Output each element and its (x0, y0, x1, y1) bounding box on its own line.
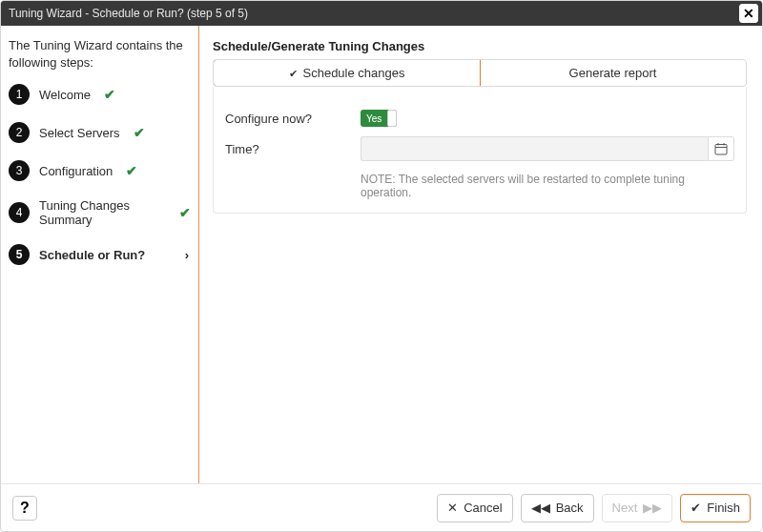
forward-icon: ▶▶ (643, 501, 662, 515)
row-configure-now: Configure now? Yes (225, 110, 734, 127)
calendar-button[interactable] (708, 136, 734, 161)
schedule-form: Configure now? Yes Time? (213, 87, 747, 214)
close-icon: ✕ (447, 501, 458, 515)
step-schedule-or-run[interactable]: 5 Schedule or Run? › (9, 242, 191, 267)
finish-button[interactable]: ✔ Finish (680, 494, 751, 522)
tab-label: Generate report (569, 66, 657, 80)
dialog-title: Tuning Wizard - Schedule or Run? (step 5… (9, 1, 248, 26)
configure-now-toggle[interactable]: Yes (361, 110, 397, 127)
step-label: Schedule or Run? (39, 248, 145, 262)
tuning-wizard-dialog: Tuning Wizard - Schedule or Run? (step 5… (0, 0, 763, 532)
chevron-right-icon: › (185, 248, 189, 262)
row-time: Time? (225, 136, 734, 161)
titlebar: Tuning Wizard - Schedule or Run? (step 5… (1, 1, 762, 26)
button-label: Cancel (464, 501, 502, 515)
button-label: Back (556, 501, 584, 515)
step-tuning-changes-summary[interactable]: 4 Tuning Changes Summary ✔ (9, 196, 191, 229)
close-icon: ✕ (743, 5, 754, 22)
toggle-text: Yes (366, 113, 382, 124)
calendar-icon (714, 142, 728, 155)
step-configuration[interactable]: 3 Configuration ✔ (9, 158, 191, 183)
step-list: 1 Welcome ✔ 2 Select Servers ✔ 3 Configu… (9, 82, 191, 267)
step-number: 2 (9, 122, 30, 143)
step-number: 5 (9, 244, 30, 265)
step-number: 4 (9, 202, 30, 223)
help-icon: ? (20, 500, 30, 517)
rewind-icon: ◀◀ (531, 501, 550, 515)
step-label: Welcome (39, 88, 91, 102)
step-label: Tuning Changes Summary (39, 198, 166, 227)
sidebar: The Tuning Wizard contains the following… (1, 26, 199, 483)
dialog-body: The Tuning Wizard contains the following… (1, 26, 762, 483)
toggle-knob (387, 110, 397, 127)
next-button: Next ▶▶ (602, 494, 673, 522)
check-icon: ✔ (179, 205, 191, 220)
panel-title: Schedule/Generate Tuning Changes (213, 39, 747, 53)
time-input-group (361, 136, 734, 161)
help-button[interactable]: ? (12, 496, 37, 521)
step-select-servers[interactable]: 2 Select Servers ✔ (9, 120, 191, 145)
check-icon (289, 66, 303, 80)
button-label: Finish (707, 501, 740, 515)
step-welcome[interactable]: 1 Welcome ✔ (9, 82, 191, 107)
time-label: Time? (225, 142, 349, 156)
step-number: 3 (9, 160, 30, 181)
step-label: Configuration (39, 164, 113, 178)
main-panel: Schedule/Generate Tuning Changes Schedul… (199, 26, 762, 483)
configure-now-label: Configure now? (225, 112, 349, 126)
sidebar-intro: The Tuning Wizard contains the following… (9, 37, 191, 71)
restart-note: NOTE: The selected servers will be resta… (361, 173, 734, 199)
close-button[interactable]: ✕ (739, 4, 758, 23)
step-number: 1 (9, 84, 30, 105)
svg-rect-0 (715, 145, 727, 155)
check-icon: ✔ (134, 125, 145, 140)
tab-generate-report[interactable]: Generate report (480, 60, 746, 86)
button-label: Next (612, 501, 638, 515)
time-input[interactable] (361, 136, 708, 161)
footer: ? ✕ Cancel ◀◀ Back Next ▶▶ ✔ Finish (1, 483, 762, 531)
check-icon: ✔ (126, 163, 137, 178)
tab-label: Schedule changes (303, 66, 405, 80)
check-icon: ✔ (691, 501, 701, 515)
check-icon: ✔ (104, 87, 115, 102)
cancel-button[interactable]: ✕ Cancel (437, 494, 512, 522)
back-button[interactable]: ◀◀ Back (521, 494, 594, 522)
tab-schedule-changes[interactable]: Schedule changes (213, 59, 481, 87)
step-label: Select Servers (39, 126, 120, 140)
tab-row: Schedule changes Generate report (213, 59, 747, 87)
